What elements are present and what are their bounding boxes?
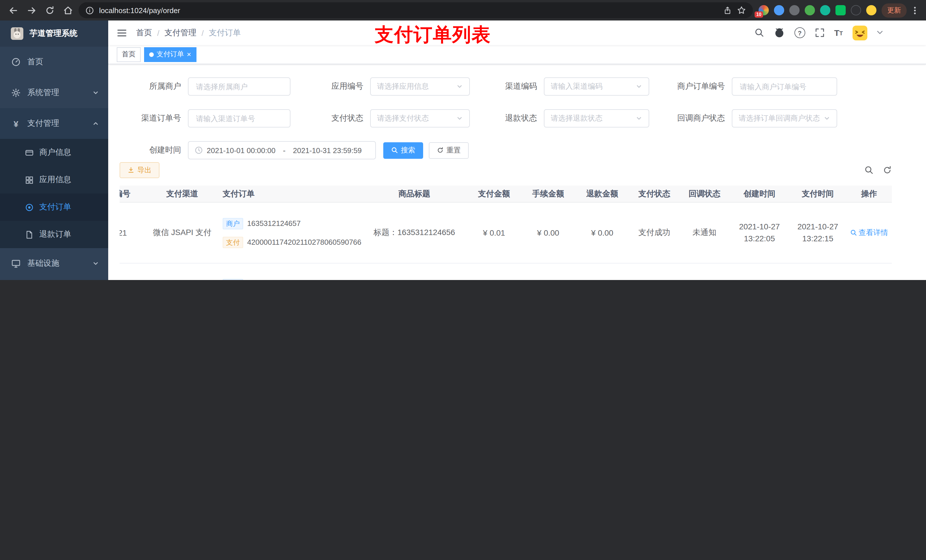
address-bar[interactable]: localhost:1024/pay/order [79,2,753,18]
merchant-order-no-field[interactable] [732,78,837,96]
table-toolbar: 导出 [120,163,892,178]
extension-icon-3[interactable] [789,5,800,15]
merchant-order-no: 1635312124657 [247,219,301,228]
table-header-row: 编号 支付渠道 支付订单 商品标题 支付金额 手续金额 退款金额 支付状态 回调… [120,186,892,202]
select-placeholder: 请选择应用信息 [377,82,452,92]
browser-window: localhost:1024/pay/order 10 更新 芋道管理系统 [0,0,926,280]
reload-button[interactable] [42,3,57,18]
toggle-search-icon[interactable] [864,166,874,175]
font-size-icon[interactable]: TT [834,29,843,36]
extension-icon-6[interactable] [835,5,846,15]
search-icon [391,147,398,154]
refund-status-select[interactable]: 请选择退款状态 [544,110,649,128]
sidebar-item-pay-order[interactable]: 支付订单 [0,193,108,221]
table-row: 21 微信 JSAPI 支付 商户 1635312124657 支付 42000… [120,202,892,264]
navbar-actions: ? TT [754,25,926,40]
close-icon[interactable]: × [187,51,191,58]
share-icon[interactable] [723,6,732,15]
sidebar-item-infrastructure[interactable]: 基础设施 [0,248,108,279]
fullscreen-icon[interactable] [815,28,825,38]
col-order: 支付订单 [219,186,362,202]
cell-channel: 微信 JSAPI 支付 [145,264,219,280]
extension-icon-4[interactable] [805,5,815,15]
cell-amount: ¥ 0.01 [467,202,521,264]
app-select[interactable]: 请选择应用信息 [370,78,470,96]
back-button[interactable] [6,3,21,18]
sidebar-item-label: 商户信息 [39,147,71,158]
filter-form: 所属商户 应用编号 请选择应用信息 渠道编码 [108,65,926,160]
sidebar-item-merchant-info[interactable]: 商户信息 [0,139,108,166]
cell-pay-time: 2021-10-2713:19:15 [789,264,846,280]
view-detail-link[interactable]: 查看详情 [850,228,888,238]
help-icon[interactable]: ? [794,27,805,38]
merchant-select[interactable] [188,78,291,96]
tab-home[interactable]: 首页 [117,47,141,62]
chevron-down-icon [635,115,642,122]
extension-icon-2[interactable] [774,5,784,15]
github-icon[interactable] [774,27,784,38]
gear-icon [11,88,21,97]
filter-label: 退款状态 [470,113,544,124]
browser-update-button[interactable]: 更新 [882,3,906,17]
download-icon [127,167,135,174]
channel-order-no-input[interactable] [195,114,284,124]
filter-channel-code: 渠道编码 请输入渠道编码 [470,78,649,96]
sidebar-item-app-info[interactable]: 应用信息 [0,166,108,193]
chevron-down-icon [635,83,642,90]
reset-button[interactable]: 重置 [429,142,469,159]
extension-icon-8[interactable] [866,5,876,15]
filter-notify-status: 回调商户状态 请选择订单回调商户状态 [649,110,837,128]
cell-id: 21 [120,202,145,264]
extension-icon-5[interactable] [820,5,830,15]
date-range-input[interactable]: 2021-10-01 00:00:00 - 2021-10-31 23:59:5… [188,142,376,160]
col-title: 商品标题 [362,186,467,202]
logo-image [10,27,24,41]
channel-code-select[interactable]: 请输入渠道编码 [544,78,649,96]
avatar[interactable] [853,25,867,40]
filter-app-id: 应用编号 请选择应用信息 [291,78,470,96]
search-button[interactable]: 搜索 [383,142,423,159]
site-info-icon[interactable] [85,6,94,15]
merchant-order-no-input[interactable] [738,82,830,92]
chevron-down-icon [456,83,463,90]
merchant-input[interactable] [195,82,284,92]
col-pay-time: 支付时间 [789,186,846,202]
sidebar-item-dev-tools[interactable]: 研发工具 [0,279,108,280]
browser-menu-icon[interactable] [912,6,918,14]
sidebar-item-label: 系统管理 [27,88,85,98]
filter-channel-order-no: 渠道订单号 [120,110,291,128]
filter-refund-status: 退款状态 请选择退款状态 [470,110,649,128]
breadcrumb-pay-manage[interactable]: 支付管理 [165,27,197,38]
home-button[interactable] [61,3,75,18]
caret-down-icon[interactable] [877,31,883,35]
breadcrumb-home[interactable]: 首页 [136,27,152,38]
pay-status-select[interactable]: 请选择支付状态 [370,110,470,128]
refresh-icon [437,147,443,154]
cell-notify: 未通知 [679,264,729,280]
tab-pay-order[interactable]: 支付订单 × [144,47,196,62]
extension-icon-1[interactable]: 10 [758,5,769,15]
search-icon[interactable] [754,28,764,38]
sidebar-item-payment[interactable]: ¥ 支付管理 [0,108,108,139]
channel-order-no-field[interactable] [188,110,291,128]
yen-icon: ¥ [11,119,21,128]
app-logo[interactable]: 芋道管理系统 [0,21,108,47]
sidebar-fold-icon[interactable] [117,27,127,38]
credit-card-icon [25,148,33,157]
bookmark-star-icon[interactable] [737,6,746,15]
sidebar-item-home[interactable]: 首页 [0,47,108,77]
dashboard-icon [11,57,21,66]
date-start-value[interactable]: 2021-10-01 00:00:00 [207,146,275,155]
url-text[interactable]: localhost:1024/pay/order [99,6,180,15]
date-end-value[interactable]: 2021-10-31 23:59:59 [293,146,362,155]
export-button[interactable]: 导出 [120,163,159,178]
col-action: 操作 [846,186,892,202]
forward-button[interactable] [24,3,39,18]
date-range-separator: - [279,146,289,155]
refresh-table-icon[interactable] [883,166,892,175]
select-placeholder: 请选择支付状态 [377,113,452,124]
extension-icon-7[interactable] [851,5,861,15]
sidebar-item-system[interactable]: 系统管理 [0,77,108,108]
notify-status-select[interactable]: 请选择订单回调商户状态 [732,110,837,128]
sidebar-item-refund-order[interactable]: 退款订单 [0,221,108,248]
